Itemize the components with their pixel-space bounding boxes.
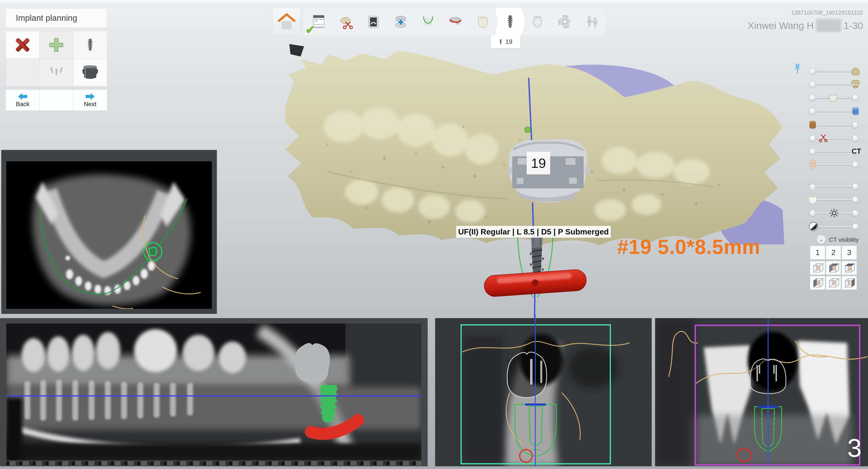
contrast-icon[interactable] — [809, 222, 818, 232]
crown-silhouette-pano — [295, 343, 330, 383]
empty-cell — [6, 59, 39, 86]
panel-navigation: Back Next — [6, 90, 107, 111]
workflow-steps: ✔ — [304, 8, 608, 35]
next-button[interactable]: Next — [73, 90, 107, 110]
slider-model-cut[interactable] — [809, 133, 859, 144]
multi-implant-button[interactable] — [39, 59, 73, 86]
multi-implant-icon — [49, 67, 64, 78]
cross-section-panel-buccal[interactable] — [435, 318, 652, 466]
patient-id: 1387100708_190129161102 — [659, 9, 863, 16]
gingiva-arch-icon[interactable] — [808, 181, 817, 191]
ct-view-thumb-4[interactable] — [810, 276, 825, 290]
step-nerve-marking[interactable] — [440, 8, 471, 35]
face-scan-icon[interactable] — [808, 160, 817, 169]
pin-icon[interactable] — [793, 63, 802, 74]
next-arrow-icon — [85, 93, 95, 100]
tooth-number-label[interactable]: 19 — [527, 152, 550, 174]
slider-contrast[interactable] — [809, 221, 859, 232]
cross-section-panel-mesiodistal[interactable]: 3 — [655, 318, 868, 466]
slider-maxilla-scan[interactable] — [809, 66, 859, 76]
brightness-sun-icon[interactable] — [829, 208, 839, 218]
panoramic-panel[interactable] — [0, 318, 428, 466]
step-order-info[interactable]: ✔ — [304, 8, 334, 35]
slider-mandible-scan[interactable] — [809, 79, 859, 90]
scissors-icon[interactable] — [819, 133, 829, 143]
panel-title: Implant planning — [6, 8, 107, 28]
axial-ct-panel[interactable] — [1, 150, 217, 314]
slider-scan-body[interactable] — [809, 106, 859, 116]
step-model-alignment[interactable] — [385, 8, 416, 35]
ct-view-thumb-1[interactable] — [810, 261, 825, 275]
crown-outline-mid — [507, 352, 547, 398]
completed-check-icon: ✔ — [305, 23, 315, 37]
implant-planning-app: UF(II) Regular | L 8.5 | D5 | P Submerge… — [0, 0, 868, 469]
abutment-button[interactable] — [73, 59, 107, 86]
slider-drill-guide[interactable] — [809, 120, 859, 130]
ct-view-thumb-3[interactable] — [842, 261, 857, 275]
view-layout-button-3[interactable]: 3 — [842, 246, 857, 259]
axis-handle-sphere — [525, 127, 530, 133]
implant-spec-label: UF(II) Regular | L 8.5 | D5 | P Submerge… — [456, 226, 611, 238]
slider-crown[interactable] — [809, 92, 859, 103]
slider-gingiva[interactable] — [809, 181, 859, 192]
drill-guide-icon[interactable] — [808, 120, 817, 130]
slider-brightness[interactable] — [809, 208, 859, 219]
step-abutment-design[interactable] — [522, 8, 553, 35]
crown-opacity-icon[interactable] — [828, 93, 838, 103]
implant-screw-icon — [86, 38, 95, 52]
abutment-icon — [81, 64, 100, 81]
nav-spacer — [39, 90, 73, 110]
back-button[interactable]: Back — [6, 90, 39, 110]
maxilla-scan-icon[interactable] — [850, 66, 861, 76]
delete-implant-button[interactable] — [6, 31, 39, 59]
prosthesis-crown-icon[interactable] — [808, 195, 817, 204]
ct-view-thumb-5[interactable] — [826, 276, 841, 290]
mini-implant-icon — [499, 38, 502, 45]
patient-range: 1-30 — [844, 20, 863, 31]
view-layout-button-1[interactable]: 1 — [810, 246, 825, 259]
implant-library-button[interactable] — [73, 31, 107, 59]
panoramic-image[interactable] — [6, 324, 421, 461]
ct-visibility-label: CT visibility — [829, 236, 859, 243]
ct-visibility-toggle[interactable]: ⌄ — [816, 234, 826, 244]
home-button[interactable] — [272, 8, 301, 35]
slider-ct[interactable]: CT — [809, 146, 859, 157]
ct-view-thumb-2[interactable] — [826, 261, 841, 275]
add-implant-button[interactable] — [39, 31, 73, 59]
step-panoramic-curve[interactable] — [413, 8, 443, 35]
ct-view-thumb-6 — [842, 276, 857, 290]
ct-label: CT — [852, 147, 861, 156]
patient-name: Xinwei Wang H — [748, 20, 814, 31]
add-plus-icon — [49, 37, 64, 53]
chevron-down-icon: ⌄ — [819, 236, 824, 243]
step-image-registration[interactable] — [358, 8, 389, 35]
step-implant-placement[interactable] — [495, 8, 525, 35]
active-implant-tab[interactable]: 19 — [491, 35, 520, 48]
mandible-scan-icon[interactable] — [850, 79, 861, 89]
slider-prosthesis[interactable] — [809, 194, 859, 205]
pano-crosshair-line — [6, 395, 421, 397]
redacted-name-box — [816, 19, 841, 32]
patient-name-row: Xinwei Wang H 1-30 — [614, 19, 863, 32]
implant-step-icon — [506, 14, 515, 29]
step-model-edit[interactable] — [331, 8, 361, 35]
implant-size-annotation: #19 5.0*8.5mm — [617, 235, 789, 259]
step-collaboration — [577, 8, 608, 35]
axial-ct-image[interactable] — [6, 161, 212, 309]
delete-x-icon — [14, 36, 31, 54]
step-export[interactable] — [550, 8, 580, 35]
pano-secondary-strip — [6, 461, 421, 465]
slider-face-scan[interactable] — [809, 159, 859, 170]
home-icon — [277, 12, 296, 31]
nerve-segment-3d — [484, 269, 587, 297]
view-index-number: 3 — [847, 433, 862, 463]
crosshair-tick — [534, 314, 535, 318]
back-arrow-icon — [18, 93, 28, 100]
view-layout-button-2[interactable]: 2 — [826, 246, 841, 259]
step-crown-design[interactable] — [468, 8, 498, 35]
scan-body-icon[interactable] — [850, 106, 861, 116]
implant-tool-grid — [6, 31, 107, 86]
